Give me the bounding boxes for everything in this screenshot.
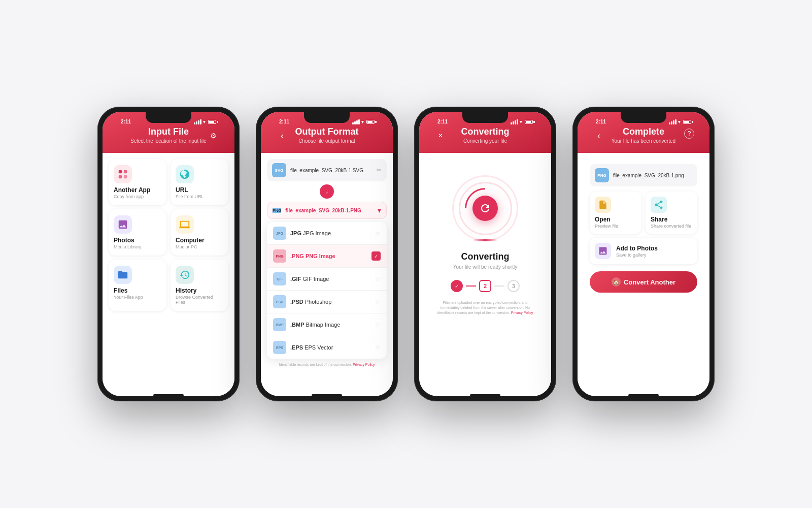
open-title: Open (595, 216, 636, 223)
jpg-icon: JPG (273, 227, 286, 240)
options-grid: Another App Copy from app URL File from … (109, 159, 228, 311)
battery-4 (683, 120, 691, 124)
format-list: JPG JPG JPG Image ☆ PNG .PNG PNG Image ✓… (267, 222, 387, 359)
history-subtitle: Browse Converted Files (176, 295, 223, 305)
phone3-content: Converting Your file will be ready short… (419, 153, 551, 391)
option-url[interactable]: URL File from URL (171, 159, 228, 205)
wifi-4: ▾ (678, 119, 681, 124)
eps-label: .EPS EPS Vector (290, 344, 371, 351)
psd-check: ☆ (375, 298, 381, 305)
output-filename: file_example_SVG_20kB-1.PNG (285, 208, 374, 213)
format-psd[interactable]: PSD .PSD Photoshop ☆ (267, 291, 387, 313)
convert-another-label: Convert Another (624, 278, 675, 286)
option-files[interactable]: Files Your Files App (109, 260, 166, 311)
history-icon (176, 266, 194, 284)
bmp-label: .BMP Bitmap Image (290, 322, 371, 328)
home-bar-2 (312, 394, 342, 396)
png-label: .PNG PNG Image (290, 253, 367, 259)
spinner (452, 175, 518, 241)
battery-3 (525, 120, 533, 124)
svg-rect-1 (124, 170, 127, 173)
convert-another-button[interactable]: 🏠 Convert Another (590, 271, 697, 293)
psd-label: .PSD Photoshop (290, 299, 371, 305)
step1-check: ✓ (451, 280, 463, 292)
format-gif[interactable]: GIF .GIF GIF Image ☆ (267, 268, 387, 291)
phone4-content: PNG file_example_SVG_20kB-1.png Open Pre… (578, 153, 709, 391)
share-icon (651, 197, 667, 213)
files-subtitle: Your Files App (114, 295, 143, 300)
signal-4 (669, 119, 676, 124)
signal-3 (511, 119, 518, 124)
open-subtitle: Preview file (595, 224, 636, 229)
back-icon-2[interactable]: ‹ (276, 130, 288, 142)
battery-2 (366, 120, 375, 124)
svg-rect-3 (124, 175, 127, 178)
settings-icon[interactable]: ⚙ (207, 130, 219, 142)
phone-1: 2:11 ▾ ⚙ Input File Select the location … (97, 107, 240, 401)
wifi-1: ▾ (203, 119, 206, 124)
close-icon-3[interactable]: ✕ (434, 130, 447, 142)
another-app-title: Another App (114, 186, 150, 194)
download-arrow: ↓ (320, 184, 334, 199)
input-filename: file_example_SVG_20kB-1.SVG (290, 168, 373, 173)
png-file-icon: PNG (273, 208, 281, 213)
phone1-content: Another App Copy from app URL File from … (103, 153, 234, 391)
photos-subtitle: Media Library (114, 244, 142, 249)
ring-bottom (472, 239, 498, 241)
format-eps[interactable]: EPS .EPS EPS Vector ☆ (267, 336, 387, 359)
notch-4 (621, 112, 666, 123)
phone-2: 2:11 ▾ ‹ Output Format Choose file outpu… (256, 107, 398, 401)
format-bmp[interactable]: BMP .BMP Bitmap Image ☆ (267, 313, 387, 336)
computer-title: Computer (176, 237, 205, 244)
phones-container: 2:11 ▾ ⚙ Input File Select the location … (97, 107, 715, 401)
option-photos[interactable]: Photos Media Library (109, 209, 166, 256)
home-bar-3 (470, 394, 500, 396)
help-icon-4[interactable]: ? (684, 129, 694, 139)
format-jpg[interactable]: JPG JPG JPG Image ☆ (267, 222, 387, 245)
wifi-3: ▾ (520, 119, 522, 124)
back-icon-4[interactable]: ‹ (593, 130, 605, 142)
option-computer[interactable]: Computer Mac or PC (171, 209, 228, 256)
refresh-icon (472, 196, 498, 221)
time-1: 2:11 (121, 119, 131, 124)
edit-icon[interactable]: ✏ (377, 167, 382, 174)
dropdown-arrow: ▾ (378, 206, 381, 214)
time-2: 2:11 (279, 119, 289, 124)
photos-title: Photos (114, 237, 134, 244)
step2-num: 2 (479, 280, 491, 292)
privacy-text-3: Files are uploaded over an encrypted con… (431, 300, 539, 315)
phone-3: 2:11 ▾ ✕ Converting Converting your file (414, 107, 556, 401)
action-open[interactable]: Open Preview file (590, 192, 641, 234)
bmp-icon: BMP (273, 318, 286, 331)
time-4: 2:11 (596, 119, 606, 124)
files-title: Files (114, 287, 127, 294)
another-app-icon (114, 165, 132, 183)
notch-1 (146, 112, 191, 123)
result-filename: file_example_SVG_20kB-1.png (613, 173, 692, 178)
jpg-label: JPG JPG Image (290, 230, 371, 236)
computer-subtitle: Mac or PC (176, 244, 197, 249)
notch-2 (304, 112, 350, 123)
add-photos-subtitle: Save to gallery (616, 252, 658, 258)
svg-file-icon: SVG (272, 163, 286, 177)
output-file-row: PNG file_example_SVG_20kB-1.PNG ▾ (267, 202, 387, 219)
jpg-check: ☆ (375, 230, 381, 237)
complete-area: PNG file_example_SVG_20kB-1.png Open Pre… (584, 159, 703, 298)
step-line-2 (494, 285, 504, 287)
png-checked[interactable]: ✓ (371, 251, 381, 261)
home-icon: 🏠 (612, 277, 621, 287)
input-file-row: SVG file_example_SVG_20kB-1.SVG ✏ (267, 159, 387, 181)
action-add-photos[interactable]: Add to Photos Save to gallery (590, 238, 697, 264)
photos-add-icon (595, 243, 611, 259)
png-icon: PNG (273, 249, 286, 263)
action-share[interactable]: Share Share converted file (646, 192, 697, 234)
format-png[interactable]: PNG .PNG PNG Image ✓ (267, 245, 387, 268)
history-title: History (176, 287, 196, 294)
time-3: 2:11 (437, 119, 448, 124)
photos-icon (114, 215, 132, 234)
option-history[interactable]: History Browse Converted Files (171, 260, 228, 311)
progress-steps: ✓ 2 3 (451, 280, 520, 292)
option-another-app[interactable]: Another App Copy from app (109, 159, 166, 205)
share-title: Share (651, 216, 692, 223)
privacy-text-2: Identifiable records are kept of the con… (267, 363, 387, 366)
